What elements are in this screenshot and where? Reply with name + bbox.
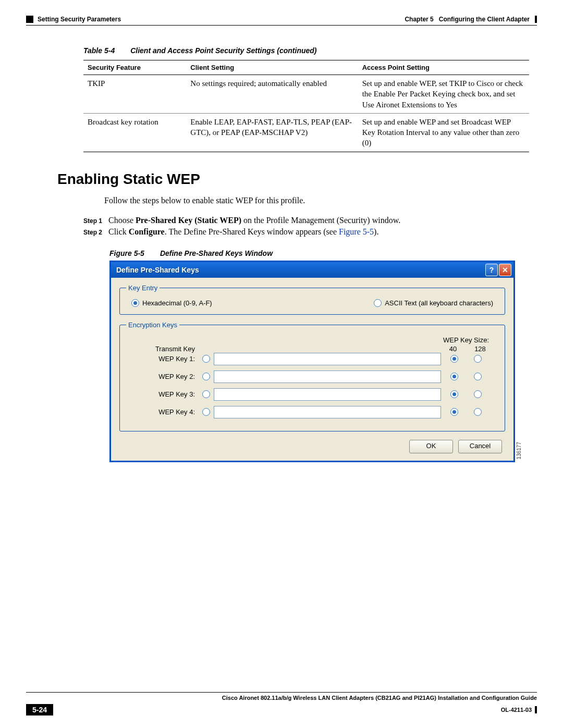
page-number: 5-24 bbox=[26, 704, 53, 715]
wep-key-4-input[interactable] bbox=[214, 406, 441, 418]
page-header: Setting Security Parameters Chapter 5 Co… bbox=[26, 16, 537, 23]
step-row: Step 2 Click Configure. The Define Pre-S… bbox=[83, 227, 537, 237]
table-header-row: Security Feature Client Setting Access P… bbox=[83, 60, 529, 75]
radio-icon bbox=[131, 299, 139, 307]
table-row: TKIP No settings required; automatically… bbox=[83, 75, 529, 114]
th-client-setting: Client Setting bbox=[186, 60, 358, 75]
wep-key-size-label: WEP Key Size: bbox=[416, 336, 489, 344]
cell-feature: Broadcast key rotation bbox=[83, 113, 186, 152]
step-label: Step 1 bbox=[83, 216, 108, 225]
size-128-radio[interactable] bbox=[474, 373, 482, 380]
th-ap-setting: Access Point Setting bbox=[358, 60, 529, 75]
wep-key-4-label: WEP Key 4: bbox=[126, 408, 198, 416]
ok-button[interactable]: OK bbox=[409, 440, 453, 453]
cell-feature: TKIP bbox=[83, 75, 186, 114]
size-128-radio[interactable] bbox=[474, 390, 482, 398]
size-40-radio[interactable] bbox=[450, 373, 458, 380]
figure-caption: Figure 5-5 Define Pre-Shared Keys Window bbox=[109, 249, 537, 257]
wep-key-row: WEP Key 2: bbox=[126, 371, 498, 383]
page-footer: Cisco Aironet 802.11a/b/g Wireless LAN C… bbox=[26, 692, 537, 715]
radio-ascii-label: ASCII Text (all keyboard characters) bbox=[385, 299, 493, 307]
header-rule bbox=[26, 25, 537, 26]
size-128-radio[interactable] bbox=[474, 408, 482, 416]
wep-key-row: WEP Key 1: bbox=[126, 353, 498, 365]
close-button[interactable]: ✕ bbox=[499, 264, 511, 276]
wep-key-1-label: WEP Key 1: bbox=[126, 355, 198, 363]
size-128-label: 128 bbox=[474, 345, 486, 353]
size-40-radio[interactable] bbox=[450, 355, 458, 363]
wep-key-2-input[interactable] bbox=[214, 371, 441, 383]
chapter-title: Configuring the Client Adapter bbox=[439, 16, 530, 23]
transmit-key-label: Transmit Key bbox=[126, 345, 198, 353]
size-40-radio[interactable] bbox=[450, 408, 458, 416]
figure-label: Figure 5-5 bbox=[109, 249, 144, 257]
radio-icon bbox=[374, 299, 382, 307]
wep-key-3-input[interactable] bbox=[214, 388, 441, 401]
step-text: Click Configure. The Define Pre-Shared K… bbox=[108, 227, 378, 237]
header-marker-left bbox=[26, 16, 33, 23]
radio-hex[interactable]: Hexadecimal (0-9, A-F) bbox=[131, 299, 212, 307]
cell-ap: Set up and enable WEP, set TKIP to Cisco… bbox=[358, 75, 529, 114]
table-title: Client and Access Point Security Setting… bbox=[130, 46, 316, 55]
table-row: Broadcast key rotation Enable LEAP, EAP-… bbox=[83, 113, 529, 152]
size-40-radio[interactable] bbox=[450, 390, 458, 398]
table-caption: Table 5-4 Client and Access Point Securi… bbox=[83, 46, 537, 55]
key-entry-group: Key Entry Hexadecimal (0-9, A-F) ASCII T… bbox=[119, 284, 505, 315]
wep-key-1-input[interactable] bbox=[214, 353, 441, 365]
size-40-label: 40 bbox=[447, 345, 459, 353]
figure-reference-link[interactable]: Figure 5-5 bbox=[339, 227, 374, 236]
radio-hex-label: Hexadecimal (0-9, A-F) bbox=[142, 299, 212, 307]
footer-marker-right bbox=[535, 706, 537, 713]
image-id-label: 136177 bbox=[516, 442, 522, 459]
th-security-feature: Security Feature bbox=[83, 60, 186, 75]
transmit-key-radio[interactable] bbox=[202, 390, 210, 398]
transmit-key-radio[interactable] bbox=[202, 373, 210, 380]
doc-id: OL-4211-03 bbox=[501, 707, 532, 713]
figure-title: Define Pre-Shared Keys Window bbox=[160, 249, 273, 257]
transmit-key-radio[interactable] bbox=[202, 355, 210, 363]
wep-key-3-label: WEP Key 3: bbox=[126, 390, 198, 398]
intro-paragraph: Follow the steps below to enable static … bbox=[104, 196, 537, 205]
wep-key-row: WEP Key 3: bbox=[126, 388, 498, 401]
section-heading: Enabling Static WEP bbox=[57, 171, 537, 188]
step-label: Step 2 bbox=[83, 227, 108, 237]
encryption-keys-group: Encryption Keys WEP Key Size: Transmit K… bbox=[119, 321, 505, 431]
window-titlebar: Define Pre-Shared Keys ? ✕ bbox=[111, 262, 513, 278]
cell-client: No settings required; automatically enab… bbox=[186, 75, 358, 114]
window-title: Define Pre-Shared Keys bbox=[116, 266, 199, 274]
key-entry-legend: Key Entry bbox=[126, 284, 160, 292]
cell-ap: Set up and enable WEP and set Broadcast … bbox=[358, 113, 529, 152]
table-label: Table 5-4 bbox=[83, 46, 115, 55]
cancel-button[interactable]: Cancel bbox=[458, 440, 502, 453]
define-preshared-keys-window: Define Pre-Shared Keys ? ✕ Key Entry Hex… bbox=[109, 261, 515, 462]
help-button[interactable]: ? bbox=[485, 264, 498, 276]
security-settings-table: Security Feature Client Setting Access P… bbox=[83, 60, 529, 152]
size-128-radio[interactable] bbox=[474, 355, 482, 363]
wep-key-row: WEP Key 4: bbox=[126, 406, 498, 418]
radio-ascii[interactable]: ASCII Text (all keyboard characters) bbox=[374, 299, 493, 307]
chapter-label: Chapter 5 bbox=[405, 16, 433, 23]
footer-guide-title: Cisco Aironet 802.11a/b/g Wireless LAN C… bbox=[26, 695, 537, 701]
step-row: Step 1 Choose Pre-Shared Key (Static WEP… bbox=[83, 216, 537, 225]
step-text: Choose Pre-Shared Key (Static WEP) on th… bbox=[108, 216, 400, 225]
encryption-keys-legend: Encryption Keys bbox=[126, 321, 179, 329]
transmit-key-radio[interactable] bbox=[202, 408, 210, 416]
wep-key-2-label: WEP Key 2: bbox=[126, 373, 198, 380]
cell-client: Enable LEAP, EAP-FAST, EAP-TLS, PEAP (EA… bbox=[186, 113, 358, 152]
section-breadcrumb: Setting Security Parameters bbox=[38, 16, 121, 23]
header-marker-right bbox=[535, 16, 537, 23]
